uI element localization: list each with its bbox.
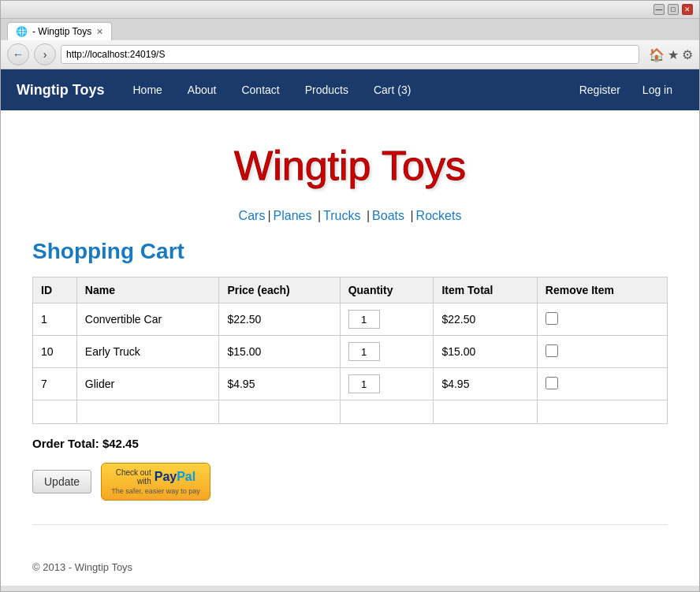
cart-table: ID Name Price (each) Quantity Item Total… [32, 277, 668, 424]
cat-planes[interactable]: Planes [274, 209, 312, 222]
paypal-row: Check out with PayPal [116, 468, 196, 486]
tab-close-button[interactable]: ✕ [96, 27, 103, 37]
cart-title: Shopping Cart [32, 239, 668, 264]
empty-row [33, 400, 668, 424]
footer-text: © 2013 - Wingtip Toys [1, 549, 699, 586]
cell-price: $4.95 [219, 368, 340, 400]
nav-about[interactable]: About [175, 73, 229, 107]
cell-qty[interactable] [340, 368, 434, 400]
col-qty: Quantity [340, 277, 434, 303]
cat-rockets[interactable]: Rockets [416, 209, 462, 222]
tab-title: - Wingtip Toys [32, 26, 91, 37]
minimize-button[interactable]: — [653, 4, 665, 15]
cat-boats[interactable]: Boats [372, 209, 404, 222]
update-button[interactable]: Update [32, 470, 91, 493]
nav-register[interactable]: Register [568, 73, 631, 107]
remove-checkbox-0[interactable] [545, 312, 558, 325]
cell-price: $15.00 [219, 336, 340, 368]
nav-home[interactable]: Home [121, 73, 175, 107]
tab-icon: 🌐 [16, 26, 28, 37]
table-row: 1 Convertible Car $22.50 $22.50 [33, 303, 668, 336]
cell-qty[interactable] [340, 336, 434, 368]
cell-name: Convertible Car [76, 303, 219, 336]
checkout-text-block: Check out with [116, 468, 151, 486]
maximize-button[interactable]: □ [668, 4, 679, 15]
cell-remove[interactable] [537, 368, 667, 400]
browser-toolbar: ← › 🏠 ★ ⚙ [1, 40, 699, 69]
with-label: with [137, 477, 151, 486]
qty-input-1[interactable] [348, 342, 380, 361]
home-icon[interactable]: 🏠 [649, 47, 665, 62]
cat-trucks[interactable]: Trucks [323, 209, 360, 222]
navbar-brand[interactable]: Wingtip Toys [17, 82, 105, 99]
qty-input-2[interactable] [348, 374, 380, 393]
forward-button[interactable]: › [34, 43, 56, 65]
col-total: Item Total [434, 277, 537, 303]
nav-cart[interactable]: Cart (3) [361, 73, 423, 107]
sep-3: | [363, 209, 370, 222]
cell-remove[interactable] [537, 303, 667, 336]
qty-input-0[interactable] [348, 310, 380, 329]
nav-login[interactable]: Log in [631, 73, 683, 107]
sep-2: | [314, 209, 321, 222]
settings-icon[interactable]: ⚙ [682, 47, 693, 62]
cell-name: Early Truck [76, 336, 219, 368]
cell-total: $15.00 [434, 336, 537, 368]
main-container: Wingtip Toys Cars|Planes |Trucks |Boats … [1, 110, 699, 549]
close-button[interactable]: ✕ [682, 4, 693, 15]
cell-remove[interactable] [537, 336, 667, 368]
cat-cars[interactable]: Cars [239, 209, 266, 222]
browser-window: — □ ✕ 🌐 - Wingtip Toys ✕ ← › 🏠 ★ ⚙ Wingt… [0, 0, 700, 592]
cell-id: 10 [33, 336, 77, 368]
footer-divider [32, 524, 668, 525]
order-total: Order Total: $42.45 [32, 437, 668, 450]
toolbar-icons: 🏠 ★ ⚙ [649, 47, 693, 62]
cell-qty[interactable] [340, 303, 434, 336]
cell-price: $22.50 [219, 303, 340, 336]
cell-id: 7 [33, 368, 77, 400]
table-row: 7 Glider $4.95 $4.95 [33, 368, 668, 400]
col-name: Name [76, 277, 219, 303]
page-title-fancy: Wingtip Toys [32, 126, 668, 201]
category-links: Cars|Planes |Trucks |Boats |Rockets [32, 201, 668, 239]
nav-links: Home About Contact Products Cart (3) [121, 73, 568, 107]
tab-bar: 🌐 - Wingtip Toys ✕ [1, 19, 699, 40]
nav-right: Register Log in [568, 73, 683, 107]
navbar: Wingtip Toys Home About Contact Products… [1, 69, 699, 110]
star-icon[interactable]: ★ [668, 47, 679, 62]
cell-total: $22.50 [434, 303, 537, 336]
sep-1: | [267, 209, 270, 222]
cell-id: 1 [33, 303, 77, 336]
paypal-pal: Pal [177, 470, 195, 483]
col-id: ID [33, 277, 77, 303]
back-button[interactable]: ← [7, 43, 29, 65]
page-content: Wingtip Toys Home About Contact Products… [1, 69, 699, 586]
col-remove: Remove Item [537, 277, 667, 303]
col-price: Price (each) [219, 277, 340, 303]
buttons-row: Update Check out with PayPal The safer, … [32, 463, 668, 501]
address-bar[interactable] [61, 45, 639, 64]
browser-tab[interactable]: 🌐 - Wingtip Toys ✕ [7, 22, 112, 40]
remove-checkbox-2[interactable] [545, 377, 558, 389]
paypal-tagline: The safer, easier way to pay [111, 487, 200, 495]
paypal-logo: PayPal [155, 470, 195, 484]
remove-checkbox-1[interactable] [545, 344, 558, 357]
nav-contact[interactable]: Contact [229, 73, 292, 107]
paypal-button[interactable]: Check out with PayPal The safer, easier … [101, 463, 210, 501]
title-bar: — □ ✕ [1, 1, 699, 19]
checkout-label: Check out [116, 468, 151, 477]
cell-name: Glider [76, 368, 219, 400]
table-row: 10 Early Truck $15.00 $15.00 [33, 336, 668, 368]
nav-products[interactable]: Products [292, 73, 361, 107]
sep-4: | [407, 209, 414, 222]
cell-total: $4.95 [434, 368, 537, 400]
